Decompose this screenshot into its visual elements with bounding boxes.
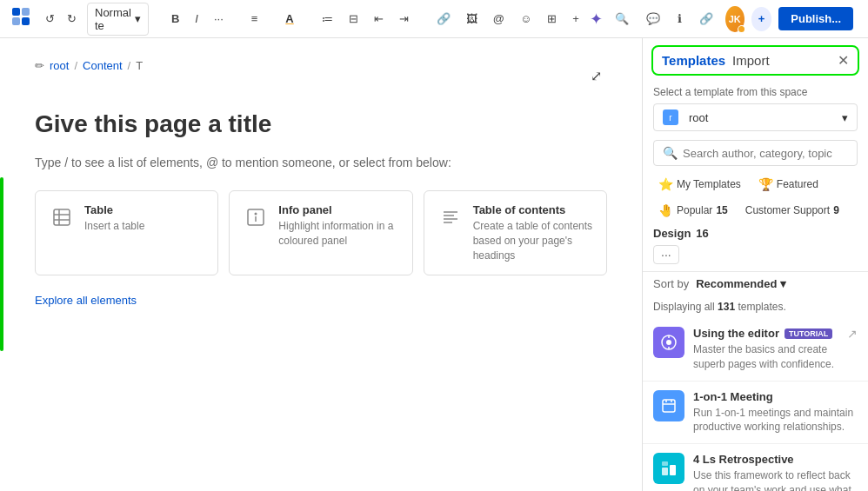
avatar[interactable]: JK [725, 6, 744, 32]
my-templates-icon: ⭐ [658, 177, 673, 191]
external-link-icon[interactable]: ↗ [847, 327, 858, 341]
sort-by-label: Sort by [653, 277, 689, 290]
sort-value-label: Recommended [696, 277, 777, 290]
comment-button[interactable]: 💬 [641, 9, 665, 29]
template-3-title: 4 Ls Retrospective [693, 453, 858, 466]
popular-filter[interactable]: 🤚 Popular 15 [653, 201, 733, 220]
bold-button[interactable]: B [166, 9, 184, 29]
customer-support-count: 9 [833, 204, 839, 216]
font-selector-arrow: ▾ [135, 12, 141, 25]
template-3-desc: Use this framework to reflect back on yo… [693, 468, 858, 491]
redo-button[interactable]: ↻ [62, 9, 82, 29]
customer-support-filter[interactable]: Customer Support 9 [740, 202, 845, 219]
link-button[interactable]: 🔗 [431, 9, 456, 29]
template-item[interactable]: 1-on-1 Meeting Run 1-on-1 meetings and m… [643, 382, 868, 445]
template-1-title: Using the editor TUTORIAL [693, 327, 838, 340]
search-button[interactable]: 🔍 [610, 9, 634, 29]
expand-editor-button[interactable]: ⤢ [585, 64, 607, 88]
sparkle-icon: ✦ [590, 10, 603, 29]
featured-filter[interactable]: 🏆 Featured [753, 175, 824, 194]
template-1-info: Using the editor TUTORIAL Master the bas… [693, 327, 838, 372]
info-panel-name: Info panel [278, 203, 399, 216]
mention-button[interactable]: @ [488, 9, 510, 29]
category-design-count: 16 [696, 227, 708, 240]
toc-icon [437, 203, 464, 231]
panel-content: Select a template from this space r root… [643, 79, 868, 491]
my-templates-filter[interactable]: ⭐ My Templates [653, 175, 746, 194]
info-panel-icon [242, 203, 270, 231]
space-selector[interactable]: r root ▾ [653, 103, 858, 131]
displaying-count: 131 [718, 301, 735, 313]
add-button[interactable]: + [751, 7, 772, 31]
panel-import-tab[interactable]: Import [732, 53, 770, 68]
template-retro-icon [653, 453, 684, 484]
template-2-desc: Run 1-on-1 meetings and maintain product… [693, 406, 858, 435]
url-button[interactable]: 🔗 [694, 9, 718, 29]
undo-button[interactable]: ↺ [40, 9, 60, 29]
more-format-button[interactable]: ··· [209, 9, 229, 29]
svg-rect-24 [670, 465, 676, 475]
close-panel-button[interactable]: ✕ [838, 52, 849, 69]
align-button[interactable]: ≡ [246, 9, 264, 29]
table-card[interactable]: Table Insert a table [35, 190, 218, 275]
panel-templates-tab[interactable]: Templates [662, 53, 725, 68]
indent-button[interactable]: ⇥ [394, 9, 414, 29]
template-list: Using the editor TUTORIAL Master the bas… [643, 318, 868, 491]
bullet-list-button[interactable]: ≔ [317, 9, 338, 29]
template-item[interactable]: Using the editor TUTORIAL Master the bas… [643, 318, 868, 382]
svg-rect-23 [662, 468, 668, 475]
table-desc: Insert a table [84, 219, 144, 234]
breadcrumb: ✏ root / Content / T [35, 59, 143, 72]
page-title[interactable]: Give this page a title [35, 110, 607, 138]
search-box: 🔍 [653, 140, 858, 166]
publish-button[interactable]: Publish... [778, 7, 853, 30]
toolbar-right: ✦ 🔍 💬 ℹ 🔗 JK + Publish... Close draft ··… [590, 1, 868, 37]
svg-point-9 [255, 213, 257, 216]
popular-label: Popular [677, 204, 712, 216]
sort-arrow-icon: ▾ [780, 277, 786, 290]
customer-support-label: Customer Support [745, 204, 830, 216]
featured-icon: 🏆 [758, 177, 773, 191]
search-icon: 🔍 [663, 146, 678, 160]
info-panel-card[interactable]: Info panel Highlight information in a co… [229, 190, 412, 275]
close-draft-button[interactable]: Close draft [860, 1, 868, 37]
search-input[interactable] [683, 147, 848, 160]
info-panel-desc: Highlight information in a coloured pane… [278, 219, 399, 249]
explore-all-link[interactable]: Explore all elements [35, 294, 137, 307]
category-row: Design 16 [653, 227, 858, 240]
popular-icon: 🤚 [658, 203, 673, 217]
table-button[interactable]: ⊞ [542, 9, 562, 29]
template-2-info: 1-on-1 Meeting Run 1-on-1 meetings and m… [693, 390, 858, 435]
displaying-text: Displaying all 131 templates. [643, 295, 868, 318]
font-selector[interactable]: Normal te ▾ [87, 3, 149, 36]
panel-filters-section: Select a template from this space r root… [643, 79, 868, 271]
outdent-button[interactable]: ⇤ [369, 9, 389, 29]
edit-icon: ✏ [35, 59, 44, 72]
plus-button[interactable]: + [567, 9, 584, 29]
toc-card[interactable]: Table of contents Create a table of cont… [424, 190, 607, 275]
svg-rect-19 [663, 400, 675, 412]
filter-row-1: ⭐ My Templates 🏆 Featured [653, 175, 858, 194]
media-button[interactable]: 🖼 [461, 9, 483, 29]
space-label-text: Select a template from this space [653, 86, 858, 98]
breadcrumb-content[interactable]: Content [83, 59, 123, 72]
space-selector-arrow: ▾ [842, 111, 848, 124]
undo-redo-group: ↺ ↻ [40, 9, 82, 29]
space-icon: r [663, 109, 678, 125]
template-item[interactable]: 4 Ls Retrospective Use this framework to… [643, 444, 868, 491]
templates-panel: Templates Import ✕ Select a template fro… [642, 38, 868, 491]
font-selector-label: Normal te [95, 6, 131, 32]
color-button[interactable]: A [280, 9, 298, 29]
emoji-button[interactable]: ☺ [515, 9, 537, 29]
my-templates-label: My Templates [677, 178, 741, 190]
info-button[interactable]: ℹ [672, 9, 687, 29]
sort-value[interactable]: Recommended ▾ [696, 277, 786, 290]
breadcrumb-root[interactable]: root [50, 59, 69, 72]
avatar-badge [738, 25, 746, 34]
app-logo [10, 6, 31, 31]
numbered-list-button[interactable]: ⊟ [344, 9, 364, 29]
italic-button[interactable]: I [190, 9, 204, 29]
editor-area: ✏ root / Content / T ⤢ Give this page a … [0, 38, 642, 491]
category-design-name: Design [653, 227, 691, 240]
more-categories-button[interactable]: ··· [653, 245, 679, 264]
